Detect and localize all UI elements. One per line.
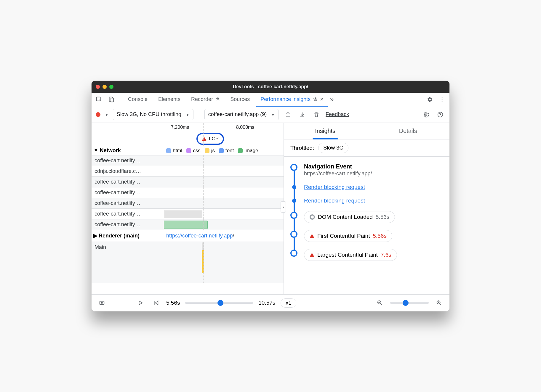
render-blocking-link[interactable]: Render blocking request [304, 184, 365, 190]
main-content: 7,200ms 8,000ms LCP ▼Network html css js… [92, 123, 449, 295]
lcp-marker[interactable]: LCP [196, 133, 224, 145]
device-toolbar-icon[interactable] [106, 94, 116, 105]
skip-back-icon[interactable] [151, 298, 161, 308]
insights-toolbar: ▼ Slow 3G, No CPU throttling▼ coffee-car… [92, 106, 449, 123]
zoom-range[interactable] [390, 302, 429, 304]
svg-rect-5 [100, 301, 104, 305]
traffic-lights [96, 85, 113, 89]
flame-segment [202, 242, 204, 250]
trace-select[interactable]: coffee-cart.netlify.app (9)▼ [204, 109, 279, 120]
splitter-handle[interactable]: › [281, 201, 286, 213]
legend-js: js [205, 148, 215, 154]
tab-sources[interactable]: Sources [226, 93, 254, 106]
network-row[interactable]: coffee-cart.netlify… [92, 155, 284, 166]
time-tick: 7,200ms [171, 125, 189, 130]
chevron-right-icon: ▶ [93, 232, 97, 239]
throttling-indicator: Throttled: Slow 3G [284, 139, 449, 157]
dcl-pill[interactable]: DOM Content Loaded 5.56s [304, 211, 395, 223]
network-section-header[interactable]: ▼Network html css js font image [92, 146, 284, 155]
legend-font: font [219, 148, 234, 154]
legend-image: image [238, 148, 258, 154]
play-icon[interactable] [135, 298, 145, 308]
nav-event-url: https://coffee-cart.netlify.app/ [304, 171, 443, 177]
node-bullet-icon [290, 250, 297, 257]
tab-console[interactable]: Console [124, 93, 152, 106]
insights-tabs: Insights Details [284, 123, 449, 139]
node-bullet-icon [290, 164, 297, 171]
playback-start-time: 5.56s [166, 300, 180, 306]
minimize-window-button[interactable] [103, 85, 107, 89]
settings-icon[interactable] [425, 94, 435, 105]
close-window-button[interactable] [96, 85, 100, 89]
window-title: DevTools - coffee-cart.netlify.app/ [233, 84, 308, 89]
main-thread-row[interactable]: Main [92, 242, 284, 283]
record-button[interactable] [96, 112, 100, 117]
network-row[interactable]: cdnjs.cloudflare.c… [92, 166, 284, 177]
node-bullet-icon [290, 212, 297, 219]
separator [120, 96, 120, 103]
insights-timeline: Navigation Event https://coffee-cart.net… [284, 157, 449, 294]
node-bullet-icon [290, 231, 297, 238]
beaker-icon: ⚗ [313, 97, 317, 102]
timeline-node-fcp: First Contentful Paint 5.56s [290, 230, 443, 242]
zoom-out-icon[interactable] [375, 298, 385, 308]
feedback-link[interactable]: Feedback [326, 111, 349, 118]
titlebar: DevTools - coffee-cart.netlify.app/ [92, 81, 449, 93]
close-tab-icon[interactable]: × [320, 96, 324, 103]
flame-segment [202, 250, 204, 273]
renderer-url-link[interactable]: https://coffee-cart.netlify.app [166, 233, 233, 239]
legend-css: css [186, 148, 201, 154]
devtools-window: DevTools - coffee-cart.netlify.app/ Cons… [91, 81, 450, 311]
inspect-element-icon[interactable] [94, 94, 104, 105]
network-row[interactable]: coffee-cart.netlify… [92, 198, 284, 209]
network-row[interactable]: coffee-cart.netlify… [92, 187, 284, 198]
svg-point-3 [425, 114, 427, 115]
timeline-node-lcp: Largest Contentful Paint 7.6s [290, 249, 443, 261]
warning-triangle-icon [310, 253, 314, 257]
help-icon[interactable] [435, 110, 445, 120]
timeline-pane: 7,200ms 8,000ms LCP ▼Network html css js… [92, 123, 284, 294]
timeline-node-dcl: DOM Content Loaded 5.56s [290, 211, 443, 223]
panel-settings-icon[interactable] [421, 110, 431, 120]
network-row[interactable]: coffee-cart.netlify… [92, 209, 284, 219]
network-legend: html css js font image [153, 148, 284, 154]
network-row[interactable]: coffee-cart.netlify… [92, 219, 284, 230]
screenshot-toggle-icon[interactable] [97, 298, 107, 308]
fcp-pill[interactable]: First Contentful Paint 5.56s [304, 230, 392, 242]
record-menu-chevron-icon[interactable]: ▼ [105, 112, 109, 117]
tab-recorder[interactable]: Recorder⚗ [187, 93, 224, 106]
time-ruler: 7,200ms 8,000ms LCP [92, 123, 284, 146]
zoom-window-button[interactable] [109, 85, 113, 89]
delete-icon[interactable] [311, 110, 321, 120]
render-blocking-link[interactable]: Render blocking request [304, 197, 365, 204]
playback-end-time: 10.57s [258, 300, 275, 306]
tab-strip: Console Elements Recorder⚗ Sources Perfo… [92, 93, 449, 106]
svg-point-6 [101, 302, 103, 303]
playback-footer: 5.56s 10.57s x1 [92, 295, 449, 311]
renderer-section-header[interactable]: ▶Renderer (main) https://coffee-cart.net… [92, 230, 284, 242]
warning-triangle-icon [310, 234, 314, 238]
time-ticks: 7,200ms 8,000ms LCP [153, 123, 284, 146]
insights-pane: Insights Details Throttled: Slow 3G Navi… [284, 123, 449, 294]
more-tabs-icon[interactable]: » [330, 96, 334, 103]
playback-range[interactable] [185, 302, 253, 304]
timeline-node-render-block: Render blocking request [290, 197, 443, 204]
time-tick: 8,000ms [236, 125, 254, 130]
tab-elements[interactable]: Elements [154, 93, 185, 106]
network-row[interactable]: coffee-cart.netlify… [92, 177, 284, 187]
export-icon[interactable] [283, 110, 293, 120]
kebab-menu-icon[interactable]: ⋮ [437, 94, 447, 105]
throttling-select[interactable]: Slow 3G, No CPU throttling▼ [113, 109, 193, 120]
separator [199, 111, 199, 118]
playback-speed[interactable]: x1 [281, 298, 296, 308]
timeline-node-render-block: Render blocking request [290, 184, 443, 190]
import-icon[interactable] [297, 110, 307, 120]
zoom-in-icon[interactable] [434, 298, 444, 308]
tab-performance-insights[interactable]: Performance insights ⚗ × [256, 93, 328, 106]
throttling-pill[interactable]: Slow 3G [318, 143, 348, 153]
lcp-pill[interactable]: Largest Contentful Paint 7.6s [304, 249, 397, 261]
tab-details[interactable]: Details [367, 123, 450, 139]
tab-insights[interactable]: Insights [284, 123, 367, 139]
warning-triangle-icon [202, 137, 207, 141]
ring-icon [310, 214, 315, 220]
